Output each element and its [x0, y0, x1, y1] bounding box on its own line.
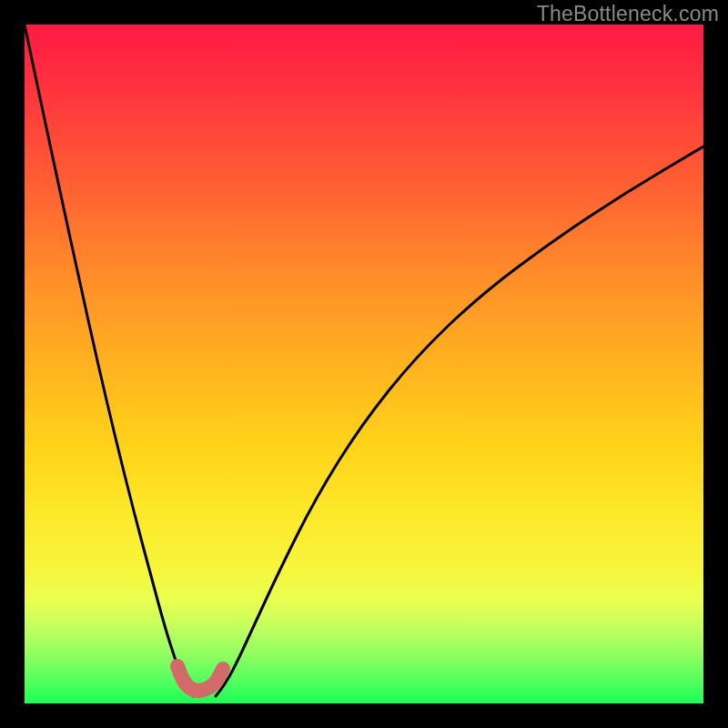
curve-left-branch	[25, 25, 193, 696]
curve-bottom-arc	[177, 666, 223, 691]
chart-frame: TheBottleneck.com	[0, 0, 728, 728]
chart-curves	[25, 25, 703, 703]
curve-right-branch	[216, 147, 703, 696]
watermark-text: TheBottleneck.com	[537, 2, 719, 26]
chart-plot-area	[25, 25, 703, 703]
